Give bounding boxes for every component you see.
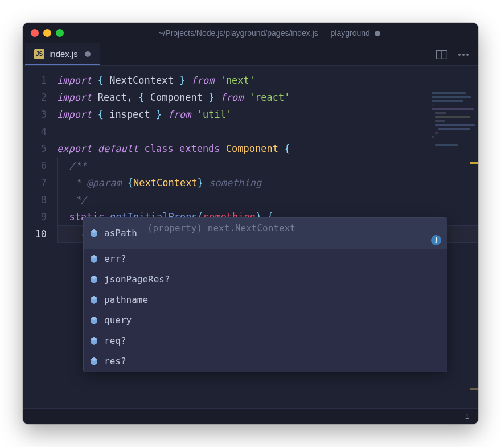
property-icon [89, 295, 98, 305]
scroll-warning-marker [470, 388, 478, 390]
more-actions-icon[interactable] [458, 53, 469, 56]
svg-point-3 [462, 54, 465, 56]
autocomplete-item[interactable]: pathname [84, 290, 447, 310]
close-window-button[interactable] [31, 29, 39, 37]
autocomplete-item-label: res? [104, 355, 126, 368]
split-editor-icon[interactable] [436, 50, 447, 59]
line-number: 9 [23, 208, 57, 225]
svg-point-2 [458, 54, 461, 56]
line-number: 4 [23, 123, 57, 140]
autocomplete-item[interactable]: res? [84, 351, 447, 372]
js-file-icon: JS [34, 49, 44, 59]
editor-window: ~/Projects/Node.js/playground/pages/inde… [23, 23, 478, 424]
line-number: 10 [23, 225, 57, 243]
property-icon [89, 229, 98, 238]
svg-point-4 [466, 54, 469, 56]
titlebar: ~/Projects/Node.js/playground/pages/inde… [23, 23, 478, 43]
autocomplete-item[interactable]: err? [84, 249, 447, 269]
line-number: 8 [23, 191, 57, 208]
autocomplete-item-label: asPath [104, 227, 137, 240]
unsaved-dot-icon [85, 51, 91, 57]
window-title-text: ~/Projects/Node.js/playground/pages/inde… [158, 28, 370, 38]
info-icon[interactable]: i [431, 235, 441, 245]
statusbar-text: 1 [465, 412, 469, 421]
property-icon [89, 275, 98, 284]
autocomplete-item-label: err? [104, 252, 126, 266]
code-line[interactable]: import { NextContext } from 'next' [57, 72, 478, 89]
scroll-current-line-marker [470, 162, 478, 164]
code-line[interactable]: import React, { Component } from 'react' [57, 89, 478, 106]
code-line[interactable] [57, 123, 478, 140]
code-line[interactable]: */ [57, 191, 478, 208]
statusbar: 1 [23, 408, 478, 424]
autocomplete-hint: (property) next.NextContexti [147, 221, 441, 245]
property-icon [89, 254, 98, 264]
tab-index-js[interactable]: JS index.js [25, 43, 100, 65]
property-icon [89, 316, 98, 325]
minimize-window-button[interactable] [43, 29, 51, 37]
autocomplete-item[interactable]: req? [84, 331, 447, 351]
autocomplete-item-label: req? [104, 334, 126, 348]
line-number-gutter: 12345678910 [23, 66, 57, 424]
tab-label: index.js [49, 49, 78, 59]
line-number: 6 [23, 157, 57, 174]
property-icon [89, 357, 98, 366]
unsaved-dot-icon [375, 31, 380, 36]
autocomplete-item[interactable]: jsonPageRes? [84, 269, 447, 290]
scrollbar[interactable] [470, 66, 478, 408]
line-number: 2 [23, 89, 57, 106]
code-line[interactable]: export default class extends Component { [57, 140, 478, 157]
tabbar-actions [436, 43, 478, 65]
line-number: 5 [23, 140, 57, 157]
line-number: 7 [23, 174, 57, 191]
autocomplete-item-label: pathname [104, 293, 148, 307]
autocomplete-item-label: jsonPageRes? [104, 273, 170, 286]
line-number: 1 [23, 72, 57, 89]
code-line[interactable]: * @param {NextContext} something [57, 174, 478, 191]
autocomplete-item[interactable]: query [84, 310, 447, 331]
maximize-window-button[interactable] [56, 29, 64, 37]
code-line[interactable]: /** [57, 157, 478, 174]
autocomplete-item[interactable]: asPath(property) next.NextContexti [84, 218, 447, 249]
property-icon [89, 336, 98, 346]
tabbar: JS index.js [23, 43, 478, 66]
line-number: 3 [23, 106, 57, 123]
autocomplete-popup[interactable]: asPath(property) next.NextContextierr?js… [83, 217, 447, 372]
code-line[interactable]: import { inspect } from 'util' [57, 106, 478, 123]
autocomplete-item-label: query [104, 314, 132, 327]
window-title: ~/Projects/Node.js/playground/pages/inde… [68, 28, 470, 38]
